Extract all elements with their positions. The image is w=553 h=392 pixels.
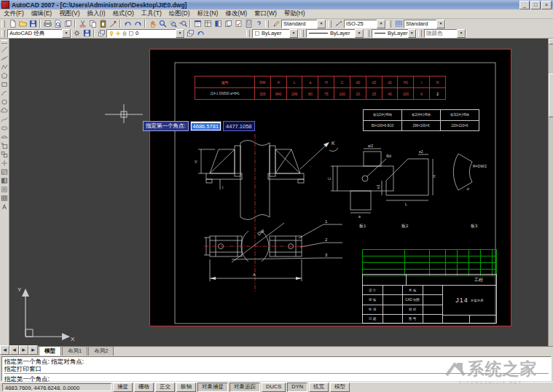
sheet-set-manager-button[interactable] xyxy=(223,20,233,28)
plot-preview-button[interactable] xyxy=(52,20,63,28)
maximize-button[interactable]: □ xyxy=(530,1,541,9)
copy-button[interactable] xyxy=(87,20,98,28)
toolbar-grip[interactable] xyxy=(388,20,391,28)
toolbar-grip[interactable] xyxy=(300,30,304,37)
plot-button[interactable] xyxy=(42,20,52,28)
chevron-down-icon[interactable]: ▼ xyxy=(457,29,466,38)
construction-line-button[interactable] xyxy=(0,54,9,63)
osnap-toggle[interactable]: 对象捕捉 xyxy=(197,383,228,392)
color-combo[interactable]: ByLayer ▼ xyxy=(252,29,299,38)
layer-properties-button[interactable] xyxy=(96,29,106,38)
chevron-down-icon[interactable]: ▼ xyxy=(436,20,445,28)
tool-palettes-button[interactable] xyxy=(213,20,223,28)
plot-style-combo[interactable]: 随颜色 ▼ xyxy=(424,29,466,38)
menu-item-draw[interactable]: 绘图(D) xyxy=(165,9,194,18)
undo-button[interactable] xyxy=(122,20,133,28)
linetype-combo[interactable]: ByLayer ▼ xyxy=(306,29,364,38)
redo-button[interactable] xyxy=(133,20,143,28)
ortho-toggle[interactable]: 正交 xyxy=(155,383,175,392)
dyn-x-input[interactable]: 4686.5781 xyxy=(190,121,221,131)
polar-toggle[interactable]: 极轴 xyxy=(176,383,196,392)
designcenter-button[interactable] xyxy=(203,20,213,28)
chevron-down-icon[interactable]: ▼ xyxy=(355,29,364,38)
zoom-window-button[interactable] xyxy=(168,20,178,28)
dyn-y-input[interactable]: 4477.1058 xyxy=(223,121,254,131)
toolbar-grip[interactable] xyxy=(246,30,250,37)
otrack-toggle[interactable]: 对象追踪 xyxy=(230,383,260,392)
spline-button[interactable] xyxy=(0,115,9,124)
layer-lock-icon[interactable] xyxy=(122,31,128,36)
toolbar-grip[interactable] xyxy=(1,30,5,37)
tab-model[interactable]: 模型 xyxy=(39,346,61,356)
insert-block-button[interactable] xyxy=(0,141,9,150)
make-layer-current-button[interactable] xyxy=(185,29,195,38)
menu-item-edit[interactable]: 编辑(E) xyxy=(28,9,55,18)
pan-button[interactable] xyxy=(147,20,157,28)
menu-item-help[interactable]: 帮助(H) xyxy=(281,9,309,18)
zoom-previous-button[interactable] xyxy=(178,20,188,28)
match-properties-button[interactable] xyxy=(108,20,118,28)
ducs-toggle[interactable]: DUCS xyxy=(262,383,286,392)
region-button[interactable] xyxy=(0,185,9,194)
toolbar-grip[interactable] xyxy=(366,30,369,37)
line-button[interactable] xyxy=(0,45,9,54)
menu-item-view[interactable]: 视图(V) xyxy=(55,9,83,18)
tab-layout1[interactable]: 布局1 xyxy=(62,346,87,356)
tab-layout2[interactable]: 布局2 xyxy=(88,346,114,356)
make-block-button[interactable] xyxy=(0,150,9,159)
markup-button[interactable] xyxy=(233,20,243,28)
close-button[interactable]: × xyxy=(541,1,552,9)
toolbar-grip[interactable] xyxy=(418,30,422,37)
scrollbar-thumb[interactable] xyxy=(549,74,553,117)
snap-toggle[interactable]: 捕捉 xyxy=(113,383,133,392)
tab-first-button[interactable]: ◀ xyxy=(0,345,9,355)
lineweight-toggle[interactable]: 线宽 xyxy=(309,383,329,392)
rectangle-button[interactable] xyxy=(0,80,9,89)
tab-next-button[interactable]: ▶ xyxy=(19,345,28,355)
workspace-settings-button[interactable] xyxy=(71,29,82,38)
dyn-toggle[interactable]: DYN xyxy=(287,383,307,392)
layer-combo[interactable]: 0 ▼ xyxy=(106,29,185,38)
polygon-button[interactable] xyxy=(0,71,9,80)
menu-item-format[interactable]: 格式(O) xyxy=(109,9,138,18)
help-button[interactable] xyxy=(254,20,264,28)
polyline-button[interactable] xyxy=(0,63,9,71)
save-workspace-button[interactable] xyxy=(82,29,92,38)
multiline-text-button[interactable] xyxy=(0,203,9,211)
menu-item-modify[interactable]: 修改(M) xyxy=(221,9,251,18)
properties-button[interactable] xyxy=(192,20,203,28)
menu-item-window[interactable]: 窗口(W) xyxy=(251,9,281,18)
menu-item-dimension[interactable]: 标注(N) xyxy=(194,9,222,18)
revision-cloud-button[interactable] xyxy=(0,106,9,115)
save-button[interactable] xyxy=(28,20,38,28)
ellipse-button[interactable] xyxy=(0,124,9,133)
ellipse-arc-button[interactable] xyxy=(0,133,9,141)
workspace-combo[interactable]: AutoCAD 经典 ▼ xyxy=(7,29,71,38)
chevron-down-icon[interactable]: ▼ xyxy=(317,20,326,28)
minimize-button[interactable]: _ xyxy=(519,1,530,9)
paste-button[interactable] xyxy=(98,20,108,28)
cut-button[interactable] xyxy=(77,20,87,28)
layer-previous-button[interactable] xyxy=(195,29,205,38)
publish-button[interactable] xyxy=(63,20,73,28)
hatch-button[interactable] xyxy=(0,168,9,176)
qnew-button[interactable] xyxy=(7,20,17,28)
point-button[interactable] xyxy=(0,159,9,168)
arc-button[interactable] xyxy=(0,89,9,98)
table-style-combo[interactable]: Standard ▼ xyxy=(404,20,446,28)
grid-toggle[interactable]: 栅格 xyxy=(134,383,154,392)
open-button[interactable] xyxy=(17,20,28,28)
chevron-down-icon[interactable]: ▼ xyxy=(176,29,184,38)
command-window[interactable]: 指定第一个角点: 指定对角点: 指定打印窗口 指定第一个角点: xyxy=(0,356,553,382)
chevron-down-icon[interactable]: ▼ xyxy=(377,20,385,28)
menu-item-insert[interactable]: 插入(I) xyxy=(84,9,109,18)
toolbar-grip[interactable] xyxy=(1,40,7,44)
layer-on-icon[interactable] xyxy=(109,31,114,36)
model-space-toggle[interactable]: 模型 xyxy=(330,383,350,392)
dim-style-combo[interactable]: ISO-25 ▼ xyxy=(344,20,386,28)
toolbar-grip[interactable] xyxy=(1,20,5,28)
toolbar-grip[interactable] xyxy=(265,20,269,28)
zoom-realtime-button[interactable] xyxy=(157,20,168,28)
tab-last-button[interactable]: ▶ xyxy=(28,345,38,355)
chevron-down-icon[interactable]: ▼ xyxy=(289,29,298,38)
